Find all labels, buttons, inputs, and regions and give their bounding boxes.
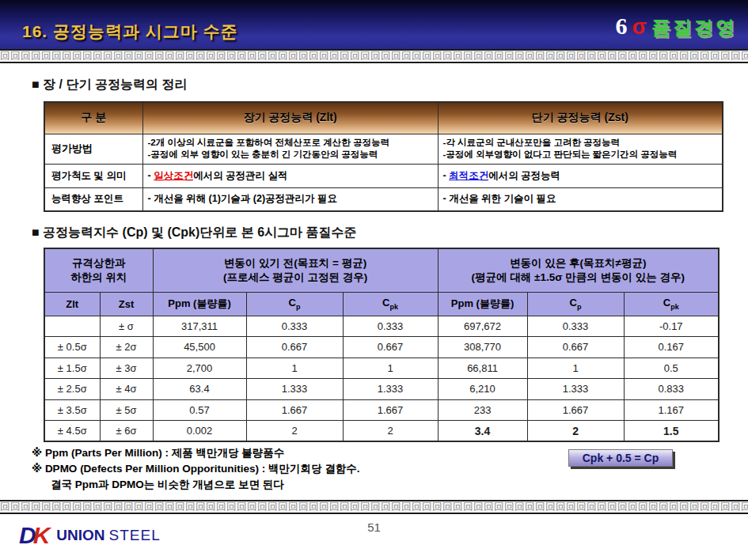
col-header-shortterm: 단기 공정능력 (Zst)	[438, 102, 723, 134]
cell-zlt: ± 1.5σ	[44, 358, 100, 379]
sigma-icon: σ	[632, 15, 647, 40]
cp-subscript: p	[296, 303, 301, 311]
col-header-cpk-after: Cpk	[624, 292, 719, 316]
table-row: ± 0.5σ ± 2σ 45,500 0.667 0.667 308,770 0…	[44, 337, 719, 358]
logo-letter-k: K	[33, 524, 51, 547]
cell-ppm-after: 6,210	[438, 379, 527, 400]
cell-cpk-after: 0.5	[624, 358, 719, 379]
footnotes: ※ Ppm (Parts Per Million) : 제품 백만개당 불량품수…	[32, 445, 558, 493]
cell-ppm-before: 45,500	[153, 337, 246, 358]
row-label: 능력향상 포인트	[44, 187, 142, 211]
table-header-row: 규격상한과 하한의 위치 변동이 있기 전(목표치 = 평균) (프로세스 평균…	[44, 248, 719, 292]
cell-zlt	[44, 316, 100, 337]
cell-cpk-before: 1	[343, 358, 438, 379]
cell-zlt: ± 2.5σ	[44, 379, 100, 400]
brand-logo: 6 σ 품질경영	[616, 13, 737, 40]
table-row: ± σ 317,311 0.333 0.333 697,672 0.333 -0…	[44, 316, 719, 337]
cp-base: C	[289, 297, 296, 308]
page-title: 16. 공정능력과 시그마 수준	[22, 21, 238, 43]
corner-header: 규격상한과 하한의 위치	[44, 248, 153, 292]
cell-shortterm-meaning: - 최적조건에서의 공정능력	[438, 164, 723, 187]
cell-zlt: ± 0.5σ	[44, 337, 100, 358]
col-header-cp-before: Cp	[246, 292, 343, 316]
cell-longterm-improve: - 개선을 위해 (1)기술과 (2)공정관리가 필요	[142, 187, 438, 211]
cell-cp-before: 1.667	[246, 399, 343, 421]
cpk-subscript: pk	[670, 303, 679, 311]
cell-ppm-after: 697,672	[438, 316, 527, 337]
title-bar: 16. 공정능력과 시그마 수준 6 σ 품질경영	[0, 0, 748, 49]
cell-cp-after: 1	[527, 358, 624, 379]
table-header-row: 구 분 장기 공정능력 (Zlt) 단기 공정능력 (Zst)	[44, 102, 723, 134]
cell-text: 에서의 공정관리	[193, 170, 268, 181]
header-line: 하한의 위치	[45, 271, 153, 285]
note-dpmo: ※ DPMO (Defects Per Million Opporituniti…	[32, 461, 558, 477]
cp-subscript: p	[577, 303, 582, 311]
cp-base: C	[570, 297, 577, 308]
cell-cp-after: 2	[527, 421, 624, 442]
cell-cp-before: 1.333	[246, 379, 343, 400]
cell-ppm-before: 0.002	[153, 421, 246, 442]
cell-ppm-after: 233	[438, 399, 527, 421]
slide: 16. 공정능력과 시그마 수준 6 σ 품질경영 回回回回回回回回回回回回回回…	[0, 0, 748, 560]
cell-cp-after: 1.333	[527, 379, 624, 400]
table-row: 평가척도 및 의미 - 일상조건에서의 공정관리 실적 - 최적조건에서의 공정…	[44, 164, 723, 187]
brand-six: 6	[616, 13, 628, 40]
page-number: 51	[367, 520, 381, 534]
cell-line: -공정에 외부 영향이 있는 충분히 긴 기간동안의 공정능력	[148, 149, 433, 161]
cell-ppm-after: 3.4	[438, 421, 527, 442]
header-line: 규격상한과	[45, 256, 153, 271]
logo-steel-text: STEEL	[109, 527, 161, 544]
table-row: ± 1.5σ ± 3σ 2,700 1 1 66,811 1 0.5	[44, 358, 719, 379]
cell-cpk-after: 0.833	[624, 379, 719, 400]
cell-text: 에서의 공정능력	[488, 170, 560, 181]
cpk-base: C	[663, 297, 670, 308]
cell-shortterm-improve: - 개선을 위한 기술이 필요	[438, 187, 723, 211]
logo-union-text: UNION	[56, 527, 104, 544]
header-line: (프로세스 평균이 고정된 경우)	[154, 271, 438, 285]
cell-line: -각 시료군의 군내산포만을 고려한 공정능력	[443, 137, 718, 149]
after-variation-header: 변동이 있은 후(목표치≠평균) (평균에 대해 ±1.5σ 만큼의 변동이 있…	[438, 248, 719, 292]
table-row: ± 2.5σ ± 4σ 63.4 1.333 1.333 6,210 1.333…	[44, 379, 719, 400]
brand-label: 품질경영	[651, 15, 737, 40]
cpk-subscript: pk	[389, 303, 398, 311]
note-conclusion: 결국 Ppm과 DPMO는 비슷한 개념으로 보면 된다	[32, 477, 558, 493]
col-header-ppm-after: Ppm (불량률)	[438, 292, 527, 316]
cell-zlt: ± 4.5σ	[44, 421, 100, 442]
cell-line: -2개 이상의 시료군을 포함하여 전체산포로 계산한 공정능력	[148, 137, 433, 149]
header-line: 변동이 있은 후(목표치≠평균)	[439, 256, 719, 271]
table-row: 평가방법 -2개 이상의 시료군을 포함하여 전체산포로 계산한 공정능력 -공…	[44, 134, 723, 164]
cell-ppm-before: 63.4	[153, 379, 246, 400]
cell-cp-after: 0.667	[527, 337, 624, 358]
cell-ppm-before: 2,700	[153, 358, 246, 379]
cell-cp-before: 0.333	[246, 316, 343, 337]
cell-zst: ± 3σ	[100, 358, 153, 379]
cell-zlt: ± 3.5σ	[44, 399, 100, 421]
cell-cpk-before: 0.333	[343, 316, 438, 337]
cell-cpk-before: 1.667	[343, 399, 438, 421]
col-header-longterm: 장기 공정능력 (Zlt)	[142, 102, 438, 134]
row-label: 평가방법	[44, 134, 142, 164]
cell-zst: ± σ	[100, 316, 153, 337]
highlight-red: 일상조건	[154, 170, 193, 181]
sigma-level-table: 규격상한과 하한의 위치 변동이 있기 전(목표치 = 평균) (프로세스 평균…	[44, 248, 720, 442]
cell-ppm-before: 317,311	[153, 316, 246, 337]
cell-cpk-before: 0.667	[343, 337, 438, 358]
cell-ppm-before: 0.57	[153, 399, 246, 421]
col-header-cp-after: Cp	[527, 292, 624, 316]
col-header-zst: Zst	[100, 292, 153, 316]
header-line: 변동이 있기 전(목표치 = 평균)	[154, 256, 438, 271]
col-header-ppm-before: Ppm (불량률)	[153, 292, 246, 316]
cell-longterm-meaning: - 일상조건에서의 공정관리 실적	[142, 164, 438, 187]
cell-cpk-after: 1.167	[624, 399, 719, 421]
cell-cpk-after: 0.167	[624, 337, 719, 358]
meander-pattern: 回回回回回回回回回回回回回回回回回回回回回回回回回回回回回回回回回回回回回回回回…	[0, 500, 748, 514]
col-header-zlt: Zlt	[44, 292, 100, 316]
col-header-category: 구 분	[44, 102, 142, 134]
cell-cp-before: 2	[246, 421, 343, 442]
section-title-sigma-level: ■ 공정능력지수 (Cp) 및 (Cpk)단위로 본 6시그마 품질수준	[32, 225, 357, 241]
section-title-capability: ■ 장 / 단기 공정능력의 정리	[32, 77, 187, 93]
cell-cpk-after: 1.5	[624, 421, 719, 442]
cell-text: -	[443, 170, 450, 181]
cell-longterm-method: -2개 이상의 시료군을 포함하여 전체산포로 계산한 공정능력 -공정에 외부…	[142, 134, 438, 164]
table-row: ± 4.5σ ± 6σ 0.002 2 2 3.4 2 1.5	[44, 421, 719, 442]
